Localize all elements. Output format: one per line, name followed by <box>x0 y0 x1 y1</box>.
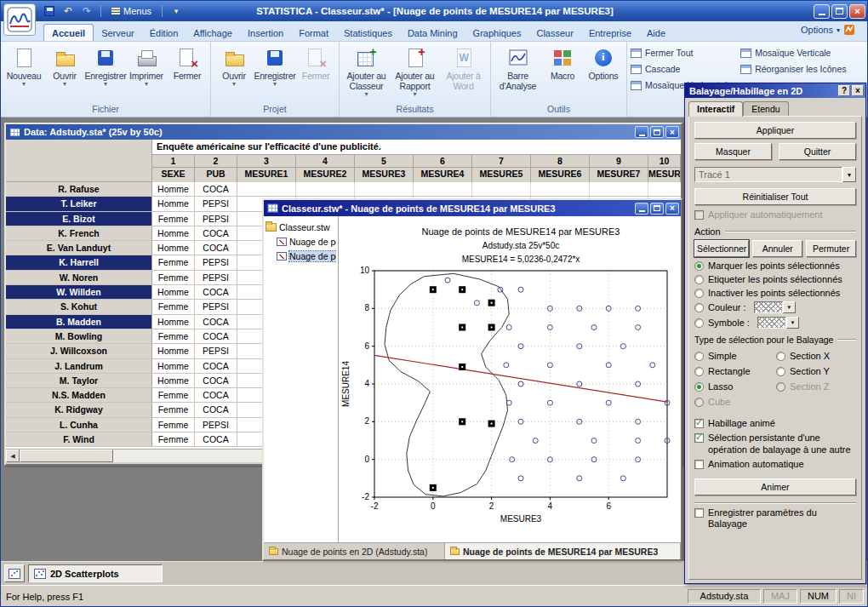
chevron-down-icon[interactable]: ▾ <box>786 317 799 329</box>
help-icon[interactable]: ? <box>838 85 850 96</box>
tree-root-item[interactable]: Classeur.stw <box>266 220 336 234</box>
cell-sexe[interactable]: Femme <box>152 212 195 226</box>
column-header[interactable]: 10 MESURE8 <box>648 155 681 182</box>
cell-filler[interactable] <box>237 182 681 196</box>
reorganiser-icones-button[interactable]: Réorganiser les Icônes <box>740 62 846 76</box>
macro-button[interactable]: Macro <box>542 43 583 103</box>
column-header[interactable]: 1 SEXE <box>152 155 195 182</box>
radio-button[interactable] <box>776 382 785 392</box>
cell-pub[interactable]: PEPSI <box>195 197 237 210</box>
outils-options-button[interactable]: Options <box>583 43 624 103</box>
radio-button[interactable] <box>776 367 785 376</box>
maximize-button[interactable] <box>831 4 848 19</box>
mark-option-row[interactable]: Etiqueter les points sélectionnés ▾ <box>694 274 856 284</box>
cell-sexe[interactable]: Homme <box>152 197 195 210</box>
column-header[interactable]: 7 MESURE5 <box>472 155 531 182</box>
ribbon-tab[interactable]: Insertion <box>240 25 291 41</box>
selection-type-row[interactable]: Rectangle <box>694 366 774 376</box>
cell-pub[interactable]: COCA <box>195 226 237 240</box>
mark-option-row[interactable]: Marquer les points sélectionnés ▾ <box>694 261 856 271</box>
radio-button[interactable] <box>776 352 785 361</box>
radio-button[interactable] <box>694 352 704 361</box>
ribbon-tab[interactable]: Data Mining <box>400 25 465 41</box>
selection-type-row[interactable]: Section Y <box>776 366 856 376</box>
ribbon-tab[interactable]: Statistiques <box>336 25 400 41</box>
barre-analyse-button[interactable]: Barre d'Analyse <box>494 43 542 103</box>
projet-fermer-button[interactable]: Fermer <box>295 43 336 103</box>
selection-type-row[interactable]: Section Z <box>776 381 856 392</box>
appliquer-button[interactable]: Appliquer <box>694 122 856 139</box>
auto-apply-checkbox-row[interactable]: Appliquer automatiquement <box>694 209 856 220</box>
row-header-name[interactable]: L. Cunha <box>6 418 152 432</box>
cell-pub[interactable]: PEPSI <box>195 255 237 269</box>
row-header-name[interactable]: J. Willcoxson <box>6 344 152 358</box>
data-window-titlebar[interactable]: Data: Adstudy.sta* (25v by 50c) × <box>6 124 681 140</box>
row-header-name[interactable]: F. Wind <box>6 432 152 446</box>
cell-pub[interactable]: COCA <box>195 315 237 329</box>
ribbon-tab[interactable]: Classeur <box>528 25 580 41</box>
radio-button[interactable] <box>694 261 704 271</box>
maximize-button[interactable] <box>650 203 664 215</box>
checkbox[interactable] <box>694 433 704 443</box>
projet-enregistrer-button[interactable]: Enregistrer▾ <box>254 43 295 103</box>
enregistrer-button[interactable]: Enregistrer▾ <box>85 43 126 103</box>
minimize-button[interactable] <box>635 126 648 138</box>
toolbar-dropdown-icon[interactable]: ▾ <box>168 4 184 18</box>
cell-sexe[interactable]: Femme <box>152 418 195 432</box>
column-header[interactable]: 4 MESURE2 <box>296 155 355 182</box>
mark-option-row[interactable]: Couleur : ▾ <box>694 301 856 313</box>
checkbox[interactable] <box>694 460 704 469</box>
mark-option-row[interactable]: Symbole : ▾ <box>694 317 856 329</box>
ribbon-tab[interactable]: Accueil <box>43 24 94 41</box>
cell-pub[interactable]: PEPSI <box>195 212 237 226</box>
workbook-titlebar[interactable]: Classeur.stw* - Nuage de points de MESUR… <box>264 200 681 216</box>
analysis-task-button[interactable]: 2D Scatterplots <box>28 564 163 582</box>
ajouter-classeur-button[interactable]: Ajouter au Classeur▾ <box>342 43 391 103</box>
tree-item[interactable]: Nuage de points en 2D (Adstudy.sta) <box>266 234 336 249</box>
row-header-name[interactable]: J. Landrum <box>6 359 152 373</box>
row-header-name[interactable]: K. French <box>6 226 152 240</box>
cell-pub[interactable]: COCA <box>195 241 237 255</box>
row-header-name[interactable]: E. Bizot <box>6 212 152 226</box>
column-header[interactable]: 2 PUB <box>195 155 237 182</box>
radio-button[interactable] <box>694 398 704 407</box>
cascade-button[interactable]: Cascade <box>631 62 732 76</box>
cell-sexe[interactable]: Femme <box>152 388 195 402</box>
ouvrir-button[interactable]: Ouvrir▾ <box>44 43 85 103</box>
auto-apply-checkbox[interactable] <box>694 210 704 220</box>
minimize-button[interactable] <box>635 203 648 215</box>
mosaique-verticale-button[interactable]: Mosaïque Verticale <box>740 46 846 60</box>
ribbon-tab[interactable]: Serveur <box>94 25 142 41</box>
row-header-name[interactable]: W. Noren <box>6 271 152 284</box>
redo-icon[interactable]: ↷ <box>79 4 94 18</box>
save-params-checkbox[interactable] <box>694 508 704 518</box>
cell-pub[interactable]: PEPSI <box>195 300 237 313</box>
save-params-checkbox-row[interactable]: Enregistrer paramètres du Balayage <box>694 507 856 530</box>
cell-pub[interactable]: COCA <box>195 432 237 446</box>
column-header[interactable]: 5 MESURE3 <box>355 155 414 182</box>
radio-button[interactable] <box>694 382 704 392</box>
tree-item[interactable]: Nuage de points de MESURE14 par MESURE3 <box>266 249 336 263</box>
option-checkbox-row[interactable]: Sélection persistante d'une opération de… <box>694 432 856 455</box>
imprimer-button[interactable]: Imprimer▾ <box>126 43 167 103</box>
radio-button[interactable] <box>694 289 704 298</box>
cell-sexe[interactable]: Femme <box>152 432 195 446</box>
statistica-logo[interactable] <box>3 3 36 36</box>
close-button[interactable]: × <box>849 4 865 19</box>
row-header-name[interactable]: N.S. Madden <box>6 388 152 402</box>
menus-button[interactable]: Menus <box>107 5 156 17</box>
document-tab[interactable]: Nuage de points de MESURE14 par MESURE3 <box>445 543 681 559</box>
row-header-name[interactable]: R. Rafuse <box>6 182 152 196</box>
row-header-name[interactable]: W. Willden <box>6 285 152 299</box>
save-icon[interactable] <box>42 4 57 18</box>
ribbon-tab[interactable]: Graphiques <box>465 25 529 41</box>
option-checkbox-row[interactable]: Animation automatique <box>694 459 856 470</box>
cell-pub[interactable]: COCA <box>195 285 237 299</box>
cell-sexe[interactable]: Homme <box>152 344 195 358</box>
ajouter-word-button[interactable]: Ajouter à Word <box>439 43 488 103</box>
option-checkbox-row[interactable]: Habillage animé <box>694 418 856 429</box>
cell-sexe[interactable]: Homme <box>152 315 195 329</box>
pattern-dropdown[interactable]: ▾ <box>757 317 799 329</box>
scroll-left-icon[interactable]: ◀ <box>6 450 20 462</box>
pattern-dropdown[interactable]: ▾ <box>754 301 796 313</box>
